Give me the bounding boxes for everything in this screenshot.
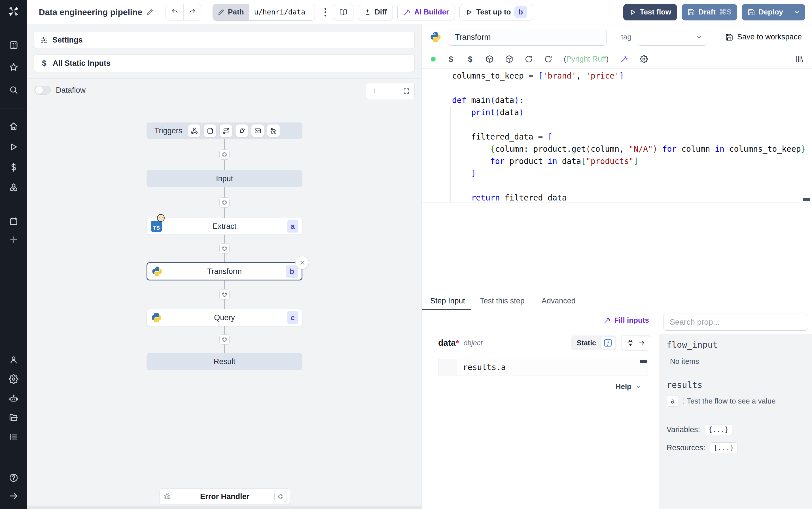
dataflow-toggle[interactable] [34, 86, 51, 95]
zoom-out-button[interactable] [384, 83, 397, 99]
library-assets-icon[interactable] [795, 55, 804, 63]
windmill-logo-icon[interactable] [0, 4, 27, 19]
search-prop-input[interactable] [663, 314, 808, 331]
help-icon[interactable] [0, 473, 27, 483]
tag-select[interactable] [638, 29, 707, 46]
play-icon [629, 8, 636, 16]
remove-step-close-icon[interactable] [295, 256, 309, 269]
static-mode-option[interactable]: Static [572, 339, 600, 347]
all-static-inputs-row[interactable]: $ All Static Inputs [34, 55, 415, 72]
tab-test-this-step[interactable]: Test this step [471, 292, 533, 310]
insert-step-button[interactable] [219, 149, 229, 160]
insert-step-button[interactable] [219, 243, 229, 253]
add-plus-icon[interactable] [0, 235, 27, 244]
expression-editor[interactable]: results.a [438, 359, 648, 375]
schedule-trigger-icon[interactable] [204, 125, 216, 137]
deploy-button[interactable]: Deploy [742, 4, 805, 21]
webhook-trigger-icon[interactable] [188, 125, 200, 137]
code-editor[interactable]: columns_to_keep = ['brand', 'price'] def… [422, 69, 812, 202]
results-section-label[interactable]: results [667, 380, 806, 390]
flow-settings-row[interactable]: Settings [34, 31, 415, 49]
canvas-divider [27, 78, 421, 78]
editor-settings-gear-icon[interactable] [640, 55, 648, 63]
python-icon [430, 31, 442, 43]
error-handler-node[interactable]: Error Handler [159, 488, 290, 505]
javascript-expression-mode-option[interactable]: f [600, 337, 615, 349]
favorites-star-icon[interactable] [0, 62, 27, 72]
edit-title-pencil-icon[interactable] [146, 8, 154, 16]
result-entry-row[interactable]: a : Test the flow to see a value [667, 396, 806, 407]
docs-book-button[interactable] [333, 4, 354, 21]
ai-builder-button[interactable]: AI Builder [397, 4, 455, 21]
result-key-badge[interactable]: a [667, 396, 679, 407]
extract-step-node[interactable]: TS Extract a [147, 218, 302, 235]
workspace-variable-dollar-icon[interactable]: $ [447, 55, 455, 64]
watch-changes-trigger-icon[interactable] [267, 125, 280, 137]
path-control[interactable]: Path u/henri/data_ [213, 4, 315, 21]
draft-button[interactable]: Draft ⌘S [681, 4, 737, 21]
input-node[interactable]: Input [147, 170, 302, 187]
flow-input-section-label[interactable]: flow_input [667, 340, 806, 350]
connect-result-button[interactable] [622, 335, 650, 350]
editor-scrollbar-thumb[interactable] [803, 198, 810, 201]
path-value[interactable]: u/henri/data_ [249, 4, 315, 21]
insert-step-button[interactable] [219, 334, 229, 344]
folders-icon[interactable] [0, 413, 27, 422]
runs-play-icon[interactable] [0, 142, 27, 152]
package-icon[interactable] [485, 55, 494, 63]
email-trigger-icon[interactable] [251, 125, 264, 137]
variables-value-badge[interactable]: {...} [705, 424, 732, 435]
expression-value[interactable]: results.a [463, 363, 506, 372]
fill-inputs-button[interactable]: Fill inputs [604, 316, 649, 325]
triggers-node[interactable]: Triggers [147, 123, 302, 139]
zoom-in-button[interactable] [368, 83, 381, 99]
insert-step-button[interactable] [219, 197, 229, 208]
collapse-arrow-icon[interactable] [0, 491, 27, 501]
resources-row[interactable]: Resources: {...} [667, 442, 806, 453]
insert-step-button[interactable] [219, 289, 229, 300]
package-icon[interactable] [505, 55, 513, 63]
undo-button[interactable] [166, 4, 183, 20]
deploy-dropdown-chevron[interactable] [789, 4, 805, 20]
step-header: tag Save to workspace [422, 24, 812, 50]
more-menu-kebab-icon[interactable] [322, 6, 329, 19]
workers-robot-icon[interactable] [0, 394, 27, 404]
play-icon [466, 8, 473, 16]
extract-node-label: Extract [147, 222, 302, 231]
fit-view-button[interactable] [400, 83, 413, 99]
transform-step-node[interactable]: Transform b [147, 262, 302, 280]
triggers-label: Triggers [154, 127, 182, 135]
save-icon [688, 8, 695, 16]
test-flow-button[interactable]: Test flow [623, 4, 677, 21]
test-up-to-button[interactable]: Test up to b [459, 4, 533, 21]
route-trigger-icon[interactable] [220, 125, 232, 137]
diff-button[interactable]: Diff [358, 4, 393, 21]
resources-cubes-icon[interactable] [0, 183, 27, 193]
query-node-label: Query [147, 313, 302, 322]
workspace-apps-icon[interactable] [0, 40, 27, 50]
ai-wand-icon[interactable] [620, 55, 628, 63]
canvas-horizontal-scrollbar[interactable] [27, 506, 421, 509]
redo-button[interactable] [183, 4, 201, 20]
tab-step-input[interactable]: Step Input [422, 292, 471, 310]
help-dropdown[interactable]: Help [616, 382, 641, 391]
reload-icon[interactable] [544, 55, 552, 63]
settings-gear-icon[interactable] [0, 374, 27, 384]
schedules-calendar-icon[interactable] [0, 217, 27, 226]
query-step-node[interactable]: Query c [147, 309, 302, 326]
websocket-plug-trigger-icon[interactable] [235, 125, 248, 137]
reload-icon[interactable] [525, 55, 533, 63]
search-icon[interactable] [0, 85, 27, 95]
users-person-icon[interactable] [0, 355, 27, 365]
save-to-workspace-button[interactable]: Save to workspace [725, 33, 802, 41]
resources-value-badge[interactable]: {...} [710, 442, 738, 453]
variables-row[interactable]: Variables: {...} [667, 424, 806, 435]
tab-advanced[interactable]: Advanced [533, 292, 584, 310]
add-error-handler-button[interactable] [274, 491, 287, 502]
result-node[interactable]: Result [147, 353, 302, 370]
home-icon[interactable] [0, 122, 27, 131]
variables-dollar-icon[interactable] [0, 163, 27, 172]
logs-list-icon[interactable] [0, 432, 27, 442]
step-name-input[interactable] [448, 29, 606, 46]
insert-variable-dollar-icon[interactable]: $ [466, 55, 474, 64]
